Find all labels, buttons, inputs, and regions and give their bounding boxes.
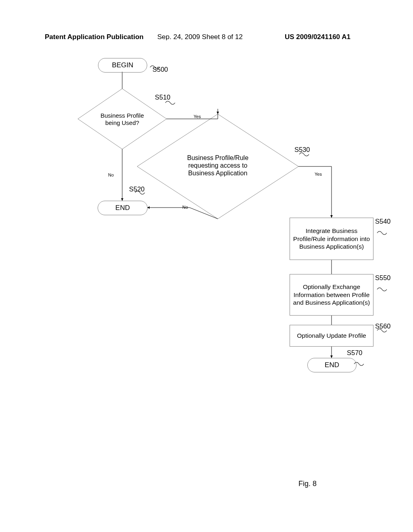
edge-no-s530: No xyxy=(182,205,188,210)
decision-s510-label: Business Profile being Used? xyxy=(91,112,154,127)
ref-s530: S530 xyxy=(294,146,310,154)
process-s540-label: Integrate Business Profile/Rule informat… xyxy=(292,227,371,250)
decision-s530-label: Business Profile/Rule requesting access … xyxy=(181,154,254,177)
ref-s560: S560 xyxy=(375,322,391,330)
ref-s540: S540 xyxy=(375,218,391,225)
edge-yes-s510: Yes xyxy=(194,114,201,119)
header-right: US 2009/0241160 A1 xyxy=(285,33,350,41)
header-center: Sep. 24, 2009 Sheet 8 of 12 xyxy=(157,33,243,41)
process-s550: Optionally Exchange Information between … xyxy=(290,274,373,316)
process-s560: Optionally Update Profile xyxy=(290,325,373,347)
process-s540: Integrate Business Profile/Rule informat… xyxy=(290,218,373,260)
page: Patent Application Publication Sep. 24, … xyxy=(0,0,413,532)
svg-line-7 xyxy=(190,208,218,219)
terminator-end-s520: END xyxy=(98,201,148,215)
edge-yes-s530: Yes xyxy=(315,172,322,177)
terminator-end-s570: END xyxy=(307,358,357,372)
figure-label: Fig. 8 xyxy=(298,480,317,488)
terminator-begin: BEGIN xyxy=(98,58,147,73)
terminator-end-s570-label: END xyxy=(325,361,339,369)
header-left: Patent Application Publication xyxy=(45,33,144,41)
process-s550-label: Optionally Exchange Information between … xyxy=(292,283,371,306)
ref-s570: S570 xyxy=(347,349,363,357)
flow-svg xyxy=(0,0,413,532)
ref-s500: S500 xyxy=(152,66,168,73)
process-s560-label: Optionally Update Profile xyxy=(297,332,366,339)
terminator-begin-label: BEGIN xyxy=(112,61,133,69)
terminator-end-s520-label: END xyxy=(115,204,130,212)
ref-s550: S550 xyxy=(375,274,391,282)
ref-s510: S510 xyxy=(155,94,171,101)
edge-no-s510: No xyxy=(108,172,114,177)
ref-s520: S520 xyxy=(129,185,145,193)
